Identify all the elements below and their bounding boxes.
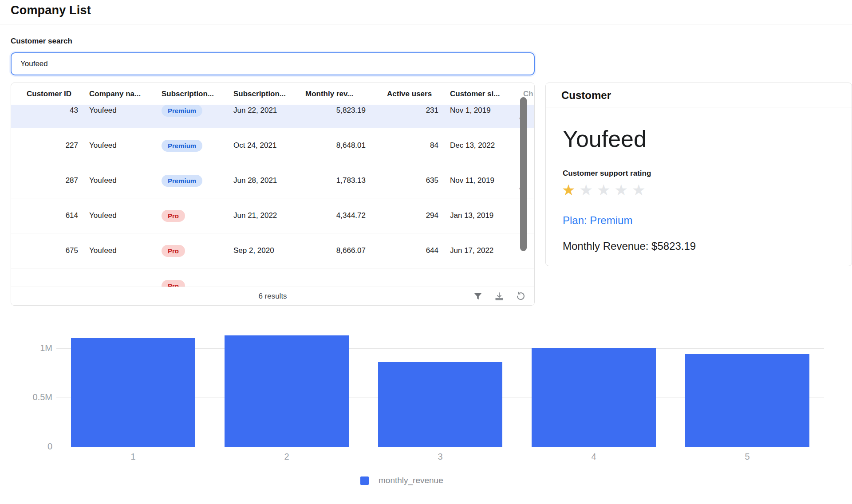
cell-subscription-date: Sep 2, 2020 (221, 246, 292, 255)
page-title: Company List (11, 4, 91, 17)
table-row[interactable]: Pro (11, 268, 534, 288)
cell-customer-since: Dec 13, 2022 (438, 141, 507, 150)
cell-customer-since: Jun 17, 2022 (438, 246, 507, 255)
cell-company-name: Youfeed (78, 211, 150, 220)
cell-subscription-plan: Premium (150, 140, 221, 152)
cell-active-users: 231 (366, 106, 438, 115)
cell-customer-since: Nov 11, 2019 (438, 176, 507, 185)
x-axis-tick-label: 1 (111, 452, 155, 462)
table-footer: 6 results (11, 287, 534, 305)
app-window: Company List Customer search Customer ID… (0, 0, 852, 504)
x-axis-tick-label: 2 (264, 452, 309, 462)
cell-monthly-revenue: 5,823.19 (292, 106, 366, 115)
cell-monthly-revenue: 1,783.13 (292, 176, 366, 185)
col-header-customer-id[interactable]: Customer ID (11, 90, 78, 98)
rating-stars: ★★★★★ (562, 181, 645, 198)
cell-subscription-plan: Premium (150, 175, 221, 187)
page-header: Company List (0, 0, 852, 24)
y-axis-tick-label: 1M (12, 343, 52, 353)
plan-badge: Premium (162, 105, 202, 117)
x-axis-tick-label: 4 (572, 452, 616, 462)
cell-monthly-revenue: 8,648.01 (292, 141, 366, 150)
table-rows: 43YoufeedPremiumJun 22, 20215,823.19231N… (11, 105, 534, 288)
detail-panel-header: Customer (546, 83, 852, 107)
results-table: Customer ID Company na... Subscription..… (11, 83, 535, 306)
cell-subscription-date: Jun 28, 2021 (221, 176, 292, 185)
table-row[interactable]: 43YoufeedPremiumJun 22, 20215,823.19231N… (11, 105, 534, 128)
plan-badge: Premium (162, 140, 202, 152)
star-icon: ★ (597, 181, 610, 198)
cell-subscription-plan: Premium (150, 105, 221, 117)
x-axis-tick-label: 3 (418, 452, 462, 462)
col-header-subscription-plan[interactable]: Subscription... (150, 90, 221, 98)
filter-icon[interactable] (473, 291, 483, 301)
col-header-company-name[interactable]: Company na... (78, 90, 150, 98)
plan-badge: Pro (162, 210, 185, 222)
cell-customer-id: 614 (11, 211, 78, 220)
cell-active-users: 84 (366, 141, 438, 150)
y-axis-tick-label: 0 (12, 441, 52, 452)
cell-customer-since: Jan 13, 2019 (438, 211, 507, 220)
legend-swatch-icon (360, 476, 369, 485)
chart-legend-item[interactable]: monthly_revenue (360, 476, 443, 485)
col-header-monthly-revenue[interactable]: Monthly rev... (292, 90, 366, 98)
cell-subscription-plan: Pro (150, 245, 221, 257)
table-row[interactable]: 287YoufeedPremiumJun 28, 20211,783.13635… (11, 163, 534, 198)
cell-active-users: 294 (366, 211, 438, 220)
cell-customer-id: 43 (11, 106, 78, 115)
cell-subscription-plan: Pro (150, 210, 221, 222)
star-icon: ★ (579, 181, 592, 198)
cell-company-name: Youfeed (78, 246, 150, 255)
scrollbar-thumb[interactable] (520, 97, 527, 251)
col-header-subscription-date[interactable]: Subscription... (221, 90, 292, 98)
legend-label: monthly_revenue (379, 476, 443, 485)
cell-active-users: 635 (366, 176, 438, 185)
table-row[interactable]: 675YoufeedProSep 2, 20208,666.07644Jun 1… (11, 233, 534, 268)
revenue-value: Monthly Revenue: $5823.19 (563, 240, 696, 252)
bar[interactable] (532, 348, 656, 447)
reset-icon[interactable] (516, 291, 525, 301)
plan-badge: Premium (162, 175, 202, 187)
cell-company-name: Youfeed (78, 176, 150, 185)
star-icon: ★ (614, 181, 627, 198)
star-icon: ★ (562, 181, 575, 198)
customer-name: Youfeed (563, 126, 647, 152)
cell-customer-id: 227 (11, 141, 78, 150)
table-header-row: Customer ID Company na... Subscription..… (11, 83, 534, 105)
cell-customer-id: 287 (11, 176, 78, 185)
bar[interactable] (378, 362, 502, 447)
cell-customer-id: 675 (11, 246, 78, 255)
table-body-viewport: 43YoufeedPremiumJun 22, 20215,823.19231N… (11, 105, 534, 288)
rating-label: Customer support rating (563, 169, 651, 178)
col-header-clipped[interactable]: Ch (507, 90, 534, 98)
cell-monthly-revenue: 8,666.07 (292, 246, 366, 255)
cell-subscription-date: Jun 22, 2021 (221, 106, 292, 115)
y-axis-tick-label: 0.5M (12, 392, 52, 402)
cell-active-users: 644 (366, 246, 438, 255)
cell-customer-since: Nov 1, 2019 (438, 106, 507, 115)
bar[interactable] (225, 335, 349, 447)
search-label: Customer search (11, 37, 72, 46)
cell-company-name: Youfeed (78, 141, 150, 150)
cell-subscription-date: Jun 21, 2022 (221, 211, 292, 220)
bar[interactable] (685, 354, 809, 447)
col-header-active-users[interactable]: Active users (366, 90, 438, 98)
download-icon[interactable] (494, 291, 504, 301)
cell-subscription-date: Oct 24, 2021 (221, 141, 292, 150)
bar[interactable] (71, 338, 195, 447)
customer-detail-panel: Customer Youfeed Customer support rating… (545, 83, 852, 266)
detail-panel-title: Customer (561, 89, 611, 102)
results-count: 6 results (258, 292, 287, 301)
cell-monthly-revenue: 4,344.72 (292, 211, 366, 220)
table-row[interactable]: 227YoufeedPremiumOct 24, 20218,648.0184D… (11, 128, 534, 163)
chart-gridline (56, 447, 824, 447)
search-input[interactable] (11, 52, 535, 75)
table-row[interactable]: 614YoufeedProJun 21, 20224,344.72294Jan … (11, 198, 534, 233)
x-axis-tick-label: 5 (725, 452, 769, 462)
plan-link[interactable]: Plan: Premium (563, 214, 632, 227)
star-icon: ★ (632, 181, 645, 198)
plan-badge: Pro (162, 245, 185, 257)
col-header-customer-since[interactable]: Customer si... (438, 90, 507, 98)
cell-company-name: Youfeed (78, 106, 150, 115)
